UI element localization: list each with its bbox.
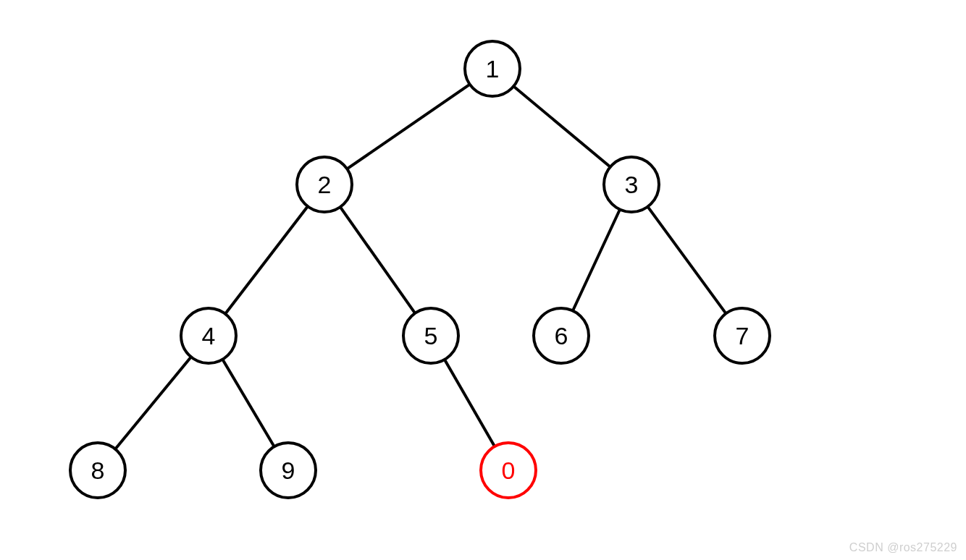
- tree-node: 8: [70, 443, 125, 498]
- tree-node: 1: [465, 41, 520, 96]
- tree-node-label: 7: [736, 322, 749, 349]
- tree-node-label: 4: [202, 322, 216, 349]
- tree-node: 5: [403, 308, 458, 363]
- tree-node: 2: [297, 157, 352, 212]
- tree-node-label: 1: [486, 55, 500, 82]
- tree-node-label: 6: [555, 322, 568, 349]
- tree-node-label: 8: [91, 457, 105, 484]
- tree-edge: [647, 207, 726, 314]
- tree-node: 3: [604, 157, 659, 212]
- tree-edge: [340, 207, 415, 313]
- tree-edge: [513, 86, 610, 166]
- tree-node: 6: [534, 308, 589, 363]
- tree-node: 9: [261, 443, 316, 498]
- watermark: CSDN @ros275229: [849, 541, 957, 554]
- binary-tree-diagram: 1234567890: [0, 0, 966, 560]
- tree-node-label: 2: [318, 171, 332, 198]
- tree-node-label: 9: [282, 457, 295, 484]
- tree-node-label: 0: [502, 457, 516, 484]
- tree-edge: [347, 85, 469, 169]
- tree-node-label: 5: [424, 322, 438, 349]
- tree-node: 7: [715, 308, 770, 363]
- tree-edge: [225, 206, 308, 314]
- tree-edge: [573, 209, 620, 310]
- tree-edge: [222, 360, 274, 447]
- tree-edge: [115, 357, 191, 449]
- tree-node-label: 3: [625, 171, 639, 198]
- tree-node: 4: [181, 308, 236, 363]
- tree-edge: [445, 360, 495, 446]
- tree-node: 0: [481, 443, 536, 498]
